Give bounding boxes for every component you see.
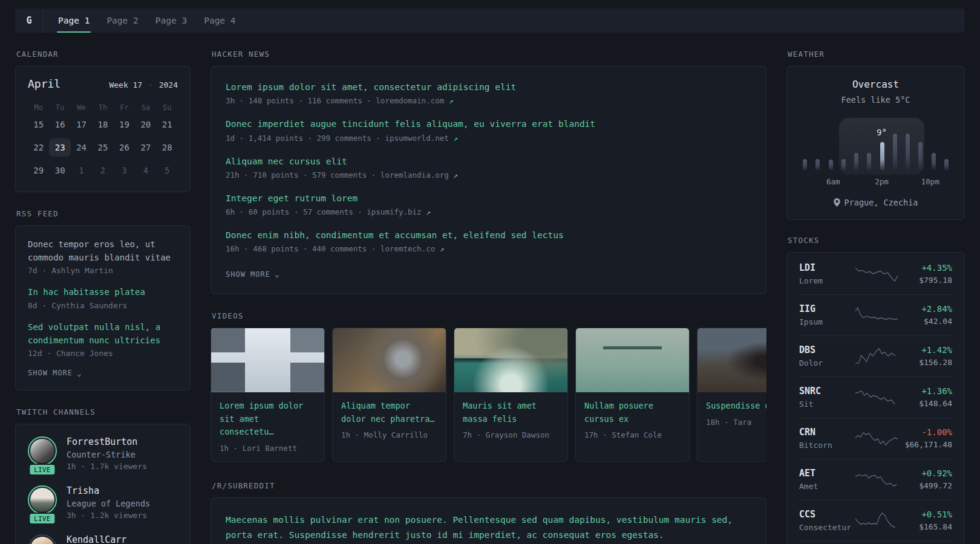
stock-row[interactable]: CCSConsectetur +0.51%$165.84 [799, 500, 952, 542]
stock-sparkline [855, 389, 900, 406]
stock-row[interactable]: AETAmet +0.92%$499.72 [799, 459, 952, 500]
video-thumbnail[interactable] [211, 328, 324, 392]
app-logo: G [15, 8, 44, 33]
hn-story-link[interactable]: Lorem ipsum dolor sit amet, consectetur … [226, 81, 751, 93]
hn-show-more-button[interactable]: SHOW MORE⌄ [226, 270, 280, 279]
external-link-icon: ↗ [426, 207, 431, 216]
rss-show-more-button[interactable]: SHOW MORE⌄ [28, 369, 82, 378]
calendar-day: 28 [157, 138, 178, 157]
stock-row[interactable]: IIGIpsum +2.84%$42.04 [799, 295, 952, 336]
weather-bar [893, 134, 897, 171]
rss-item: Sed volutpat nulla nisl, a condimentum n… [28, 321, 178, 358]
avatar: LIVE [28, 485, 57, 520]
weather-bar [803, 159, 807, 171]
weather-bar [906, 134, 910, 171]
twitch-section-title: TWITCH CHANNELS [16, 407, 191, 416]
weather-bar [829, 160, 833, 171]
stock-change: +1.42% [900, 345, 952, 355]
video-title-link[interactable]: Nullam posuere cursus ex [584, 400, 681, 426]
rss-item-link[interactable]: Sed volutpat nulla nisl, a condimentum n… [28, 321, 178, 347]
video-card[interactable]: Suspendisse diam 18h · Tara [697, 328, 766, 462]
videos-row: Lorem ipsum dolor sit amet consectetu… 1… [211, 328, 766, 462]
weather-time-labels: 6am 2pm 10pm [803, 177, 949, 188]
stock-row[interactable]: CRNBitcorn -1.00%$66,171.48 [799, 418, 952, 459]
twitch-channel-row[interactable]: LIVE ForrestBurton Counter-Strike 1h · 1… [28, 436, 178, 471]
stock-row[interactable]: LDILorem +4.35%$795.18 [799, 254, 952, 295]
video-thumbnail[interactable] [576, 328, 689, 392]
video-card[interactable]: Lorem ipsum dolor sit amet consectetu… 1… [211, 328, 325, 462]
tab-page-3[interactable]: Page 3 [147, 8, 195, 33]
external-link-icon: ↗ [453, 170, 458, 180]
video-title-link[interactable]: Mauris sit amet massa felis [463, 400, 559, 426]
video-title-link[interactable]: Aliquam tempor dolor nec pharetra… [341, 400, 437, 426]
video-card[interactable]: Mauris sit amet massa felis 7h · Grayson… [454, 328, 568, 462]
stock-price: $165.84 [900, 522, 952, 531]
calendar-day: 3 [114, 161, 135, 180]
calendar-day: 1 [71, 161, 92, 180]
stock-change: +2.84% [900, 304, 952, 314]
twitch-channel-row[interactable]: KendallCarr [28, 534, 178, 544]
calendar-weekday: Su [157, 103, 178, 112]
stocks-section-title: STOCKS [788, 236, 965, 245]
calendar-day: 16 [49, 115, 70, 134]
stock-name: Ipsum [799, 317, 855, 326]
stock-symbol: LDI [799, 262, 855, 273]
weather-bar [841, 159, 846, 171]
calendar-widget: CALENDAR April Week 17 · 2024 MoTuWeThFr… [15, 50, 191, 192]
calendar-day-today: 23 [49, 138, 70, 157]
tab-page-1[interactable]: Page 1 [50, 8, 98, 33]
hn-story: Aliquam nec cursus elit 21h · 710 points… [226, 155, 751, 180]
stock-row[interactable]: DBSDolor +1.42%$156.28 [799, 336, 952, 377]
stock-change: +0.92% [900, 468, 952, 478]
weather-bar [867, 153, 871, 171]
rss-widget: RSS FEED Donec tempor eros leo, ut commo… [15, 209, 191, 390]
channel-name[interactable]: Trisha [67, 485, 150, 496]
top-nav: G Page 1 Page 2 Page 3 Page 4 [15, 8, 965, 33]
video-thumbnail[interactable] [454, 328, 567, 392]
video-card[interactable]: Aliquam tempor dolor nec pharetra… 1h · … [332, 328, 446, 462]
hn-story-link[interactable]: Donec imperdiet augue tincidunt felis al… [226, 118, 751, 130]
rss-item: In hac habitasse platea 8d · Cynthia Sau… [28, 286, 178, 310]
rss-item-link[interactable]: In hac habitasse platea [28, 286, 178, 299]
calendar-card: April Week 17 · 2024 MoTuWeThFrSaSu 1516… [15, 66, 191, 192]
stock-symbol: CRN [799, 427, 855, 438]
video-title-link[interactable]: Lorem ipsum dolor sit amet consectetu… [220, 400, 316, 439]
calendar-day-grid: 1516171819202122232425262728293012345 [28, 115, 178, 180]
rss-item-link[interactable]: Donec tempor eros leo, ut commodo mauris… [28, 238, 178, 264]
stock-change: -1.00% [900, 427, 952, 437]
hacker-news-section-title: HACKER NEWS [212, 50, 766, 59]
calendar-day: 19 [114, 115, 135, 134]
calendar-day: 25 [92, 138, 113, 157]
stock-symbol: SNRC [799, 386, 855, 397]
stock-price: $42.04 [900, 317, 952, 326]
hn-story-link[interactable]: Aliquam nec cursus elit [226, 155, 751, 167]
hn-story-link[interactable]: Integer eget rutrum lorem [226, 192, 751, 204]
stock-name: Dolor [799, 358, 855, 368]
video-thumbnail[interactable] [333, 328, 446, 392]
channel-name[interactable]: KendallCarr [67, 534, 126, 544]
stock-row[interactable]: AHS +0.46% [799, 542, 952, 544]
weather-condition: Overcast [800, 79, 951, 90]
stock-price: $499.72 [900, 481, 952, 490]
video-card[interactable]: Nullam posuere cursus ex 17h · Stefan Co… [575, 328, 690, 462]
avatar: LIVE [28, 436, 57, 471]
reddit-post-link[interactable]: Maecenas mollis pulvinar erat non posuer… [226, 513, 751, 543]
stock-change: +4.35% [900, 263, 952, 273]
video-title-link[interactable]: Suspendisse diam [706, 400, 766, 413]
twitch-channel-row[interactable]: LIVE Trisha League of Legends 3h · 1.2k … [28, 485, 178, 520]
subreddit-card: Maecenas mollis pulvinar erat non posuer… [211, 497, 766, 544]
calendar-month: April [28, 77, 60, 90]
channel-name[interactable]: ForrestBurton [67, 436, 147, 447]
middle-column: HACKER NEWS Lorem ipsum dolor sit amet, … [211, 50, 766, 544]
page-tabs: Page 1 Page 2 Page 3 Page 4 [50, 8, 244, 33]
calendar-day: 30 [49, 161, 70, 180]
tab-page-2[interactable]: Page 2 [98, 8, 146, 33]
calendar-weekday: Tu [49, 103, 70, 112]
tab-page-4[interactable]: Page 4 [195, 8, 244, 33]
chevron-down-icon: ⌄ [77, 369, 82, 378]
hn-story-link[interactable]: Donec enim nibh, condimentum et accumsan… [226, 229, 751, 241]
weather-bars: 9° [803, 132, 949, 171]
video-thumbnail[interactable] [697, 328, 766, 392]
stock-name: Consectetur [799, 523, 855, 532]
stock-row[interactable]: SNRCSit +1.36%$148.64 [799, 377, 952, 418]
